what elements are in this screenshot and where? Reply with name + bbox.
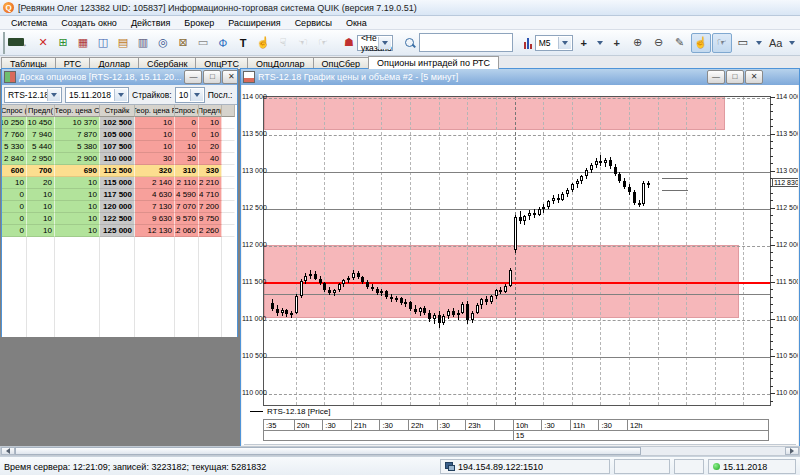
price-cell[interactable] bbox=[222, 141, 235, 153]
price-cell[interactable]: 20 bbox=[27, 177, 55, 189]
price-cell[interactable]: 0 bbox=[2, 225, 27, 237]
price-cell[interactable]: 7 070 bbox=[175, 201, 199, 213]
strike-cell[interactable]: 107 500 bbox=[100, 141, 135, 153]
strike-cell[interactable]: 105 000 bbox=[100, 129, 135, 141]
menu-item-расширения[interactable]: Расширения bbox=[221, 17, 287, 29]
price-cell[interactable]: 10 bbox=[199, 129, 222, 141]
text-style-icon[interactable]: Aa bbox=[766, 33, 786, 53]
price-cell[interactable]: 330 bbox=[199, 165, 222, 177]
price-cell[interactable]: 10 bbox=[27, 213, 55, 225]
price-cell[interactable] bbox=[222, 129, 235, 141]
price-cell[interactable]: 0 bbox=[175, 129, 199, 141]
chevron-down-icon[interactable] bbox=[114, 89, 127, 101]
tab-8[interactable]: Опционы интрадей по РТС bbox=[368, 56, 499, 69]
price-cell[interactable]: 0 bbox=[175, 117, 199, 129]
strike-cell[interactable]: 112 500 bbox=[100, 165, 135, 177]
price-cell[interactable] bbox=[222, 201, 235, 213]
chart-window-icon[interactable]: ◫ bbox=[93, 33, 113, 53]
price-cell[interactable]: 10 370 bbox=[55, 117, 100, 129]
chart-title-bar[interactable]: RTS-12.18 График цены и объёма #2 - [5 м… bbox=[241, 69, 799, 85]
chart-scrollbar[interactable] bbox=[244, 444, 796, 445]
hand-right-icon[interactable]: ☞ bbox=[313, 33, 333, 53]
price-cell[interactable]: 10 bbox=[55, 177, 100, 189]
price-cell[interactable]: 2 900 bbox=[55, 153, 100, 165]
scrollbar-thumb[interactable] bbox=[15, 447, 641, 455]
maximize-icon[interactable]: □ bbox=[203, 70, 221, 84]
maximize-icon[interactable]: □ bbox=[726, 70, 744, 84]
table-row[interactable]: 01010117 5004 6304 5904 710 bbox=[2, 189, 237, 201]
strike-cell[interactable]: 117 500 bbox=[100, 189, 135, 201]
price-cell[interactable]: 10 bbox=[27, 225, 55, 237]
price-cell[interactable]: 12 260 bbox=[199, 225, 222, 237]
new-window-icon[interactable]: ⊞ bbox=[53, 33, 73, 53]
minimize-icon[interactable]: — bbox=[707, 70, 725, 84]
quotes-window-icon[interactable]: ▦ bbox=[73, 33, 93, 53]
shape-tool-icon[interactable]: ▭ bbox=[733, 33, 753, 53]
price-cell[interactable]: 2 140 bbox=[135, 177, 175, 189]
close-icon[interactable]: ✕ bbox=[222, 70, 237, 84]
search-input[interactable] bbox=[419, 33, 513, 52]
table-row[interactable]: 01010120 0007 1307 0707 200 bbox=[2, 201, 237, 213]
price-cell[interactable] bbox=[222, 153, 235, 165]
table-row[interactable]: 2 8402 9502 900110 000303040 bbox=[2, 153, 237, 165]
price-cell[interactable]: 10 250 bbox=[2, 117, 27, 129]
price-cell[interactable]: 30 bbox=[175, 153, 199, 165]
price-cell[interactable] bbox=[222, 213, 235, 225]
price-cell[interactable] bbox=[222, 117, 235, 129]
pan-hand-icon[interactable]: ☞ bbox=[712, 33, 732, 53]
chevron-down-icon[interactable] bbox=[190, 89, 203, 101]
price-cell[interactable]: 40 bbox=[199, 153, 222, 165]
move-tool-icon[interactable]: + bbox=[607, 33, 627, 53]
shape-tool-icon-chevron-down-icon[interactable] bbox=[754, 33, 765, 53]
hand-down-icon[interactable]: ☟ bbox=[273, 33, 293, 53]
menu-item-окна[interactable]: Окна bbox=[339, 17, 374, 29]
price-cell[interactable] bbox=[222, 189, 235, 201]
price-cell[interactable]: 12 130 bbox=[135, 225, 175, 237]
list-window-icon[interactable]: ▤ bbox=[113, 33, 133, 53]
strike-cell[interactable]: 115 000 bbox=[100, 177, 135, 189]
price-cell[interactable]: 20 bbox=[199, 141, 222, 153]
price-cell[interactable]: 10 bbox=[27, 189, 55, 201]
strike-cell[interactable]: 110 000 bbox=[100, 153, 135, 165]
price-cell[interactable]: 4 590 bbox=[175, 189, 199, 201]
price-cell[interactable]: 9 750 bbox=[199, 213, 222, 225]
table-row[interactable]: 10 25010 45010 370102 50010010 bbox=[2, 117, 237, 129]
trades-window-icon[interactable]: ▥ bbox=[133, 33, 153, 53]
price-cell[interactable]: 10 bbox=[175, 141, 199, 153]
price-cell[interactable]: 310 bbox=[175, 165, 199, 177]
price-cell[interactable]: 7 940 bbox=[27, 129, 55, 141]
menu-item-система[interactable]: Система bbox=[4, 17, 54, 29]
price-cell[interactable]: 10 bbox=[27, 201, 55, 213]
price-cell[interactable]: 9 570 bbox=[175, 213, 199, 225]
price-cell[interactable]: 0 bbox=[2, 213, 27, 225]
table-row[interactable]: 5 3305 4405 380107 500101020 bbox=[2, 141, 237, 153]
price-cell[interactable] bbox=[222, 165, 235, 177]
pencil-tool-icon[interactable]: ✎ bbox=[670, 33, 690, 53]
zoom-in-icon[interactable]: ⊕ bbox=[628, 33, 648, 53]
price-cell[interactable]: 2 210 bbox=[199, 177, 222, 189]
close-icon[interactable]: ✕ bbox=[745, 70, 763, 84]
hand-left-icon[interactable]: ☜ bbox=[293, 33, 313, 53]
mdi-scrollbar[interactable] bbox=[0, 446, 800, 456]
price-cell[interactable]: 10 bbox=[199, 117, 222, 129]
text-style-icon-chevron-down-icon[interactable] bbox=[787, 33, 798, 53]
disconnect-key-icon[interactable]: ✕ bbox=[33, 33, 53, 53]
options-board-title-bar[interactable]: Доска опционов [RTS-12.18, 15.11.20... —… bbox=[2, 69, 237, 85]
table-row[interactable]: 7 7607 9407 870105 00010010 bbox=[2, 129, 237, 141]
chevron-down-icon[interactable] bbox=[558, 37, 571, 49]
text-tool-icon[interactable]: T bbox=[233, 33, 253, 53]
price-cell[interactable]: 0 bbox=[2, 201, 27, 213]
copy-window-icon[interactable]: ▭ bbox=[193, 33, 213, 53]
price-cell[interactable]: 0 bbox=[2, 189, 27, 201]
search-window-icon[interactable]: ◎ bbox=[153, 33, 173, 53]
price-cell[interactable]: 7 130 bbox=[135, 201, 175, 213]
instrument-combo[interactable]: RTS-12.18 bbox=[4, 87, 62, 103]
menu-item-сервисы[interactable]: Сервисы bbox=[288, 17, 339, 29]
price-cell[interactable]: 10 bbox=[2, 177, 27, 189]
price-cell[interactable]: 10 bbox=[55, 213, 100, 225]
price-cell[interactable]: 10 bbox=[135, 117, 175, 129]
price-cell[interactable]: 5 330 bbox=[2, 141, 27, 153]
price-cell[interactable]: 320 bbox=[135, 165, 175, 177]
price-cell[interactable]: 12 060 bbox=[175, 225, 199, 237]
expiry-date-combo[interactable]: 15.11.2018 bbox=[65, 87, 129, 103]
